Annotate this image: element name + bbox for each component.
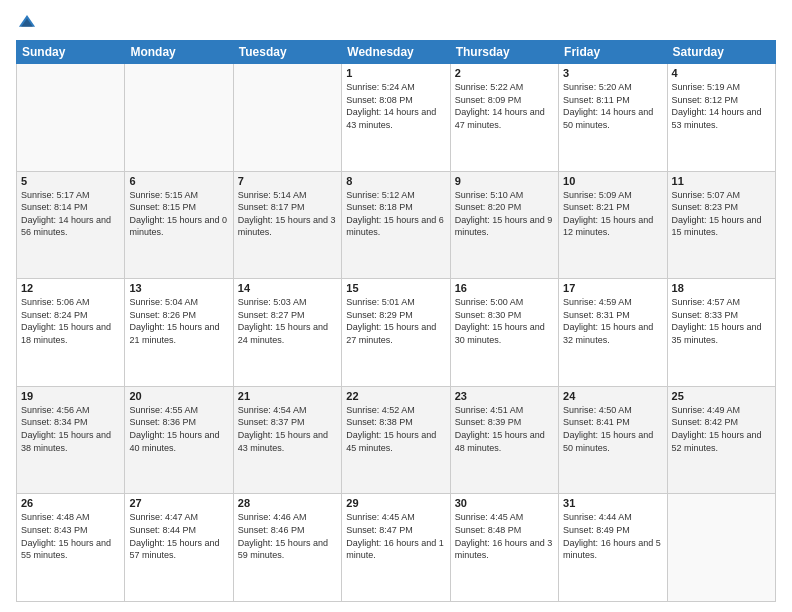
day-info: Sunrise: 5:12 AMSunset: 8:18 PMDaylight:… — [346, 189, 445, 239]
day-number: 27 — [129, 497, 228, 509]
calendar-cell: 31Sunrise: 4:44 AMSunset: 8:49 PMDayligh… — [559, 494, 667, 602]
day-info: Sunrise: 5:15 AMSunset: 8:15 PMDaylight:… — [129, 189, 228, 239]
day-number: 26 — [21, 497, 120, 509]
day-number: 15 — [346, 282, 445, 294]
calendar-cell: 2Sunrise: 5:22 AMSunset: 8:09 PMDaylight… — [450, 64, 558, 172]
day-number: 13 — [129, 282, 228, 294]
day-number: 22 — [346, 390, 445, 402]
calendar-cell: 16Sunrise: 5:00 AMSunset: 8:30 PMDayligh… — [450, 279, 558, 387]
day-info: Sunrise: 5:10 AMSunset: 8:20 PMDaylight:… — [455, 189, 554, 239]
calendar-cell: 30Sunrise: 4:45 AMSunset: 8:48 PMDayligh… — [450, 494, 558, 602]
calendar-cell: 11Sunrise: 5:07 AMSunset: 8:23 PMDayligh… — [667, 171, 775, 279]
calendar-cell: 20Sunrise: 4:55 AMSunset: 8:36 PMDayligh… — [125, 386, 233, 494]
day-number: 31 — [563, 497, 662, 509]
col-header-saturday: Saturday — [667, 41, 775, 64]
day-info: Sunrise: 5:00 AMSunset: 8:30 PMDaylight:… — [455, 296, 554, 346]
day-number: 5 — [21, 175, 120, 187]
calendar-cell — [667, 494, 775, 602]
calendar-cell: 21Sunrise: 4:54 AMSunset: 8:37 PMDayligh… — [233, 386, 341, 494]
calendar-cell: 10Sunrise: 5:09 AMSunset: 8:21 PMDayligh… — [559, 171, 667, 279]
calendar-cell: 1Sunrise: 5:24 AMSunset: 8:08 PMDaylight… — [342, 64, 450, 172]
day-number: 4 — [672, 67, 771, 79]
calendar-cell — [17, 64, 125, 172]
col-header-wednesday: Wednesday — [342, 41, 450, 64]
day-number: 12 — [21, 282, 120, 294]
day-info: Sunrise: 5:24 AMSunset: 8:08 PMDaylight:… — [346, 81, 445, 131]
day-number: 14 — [238, 282, 337, 294]
logo — [16, 12, 40, 34]
day-number: 7 — [238, 175, 337, 187]
calendar-cell — [125, 64, 233, 172]
calendar-cell: 26Sunrise: 4:48 AMSunset: 8:43 PMDayligh… — [17, 494, 125, 602]
day-number: 10 — [563, 175, 662, 187]
calendar-cell: 13Sunrise: 5:04 AMSunset: 8:26 PMDayligh… — [125, 279, 233, 387]
calendar-table: SundayMondayTuesdayWednesdayThursdayFrid… — [16, 40, 776, 602]
col-header-thursday: Thursday — [450, 41, 558, 64]
day-info: Sunrise: 5:01 AMSunset: 8:29 PMDaylight:… — [346, 296, 445, 346]
day-number: 17 — [563, 282, 662, 294]
day-number: 29 — [346, 497, 445, 509]
calendar-cell: 4Sunrise: 5:19 AMSunset: 8:12 PMDaylight… — [667, 64, 775, 172]
calendar-cell: 23Sunrise: 4:51 AMSunset: 8:39 PMDayligh… — [450, 386, 558, 494]
calendar-cell — [233, 64, 341, 172]
calendar-cell: 5Sunrise: 5:17 AMSunset: 8:14 PMDaylight… — [17, 171, 125, 279]
col-header-tuesday: Tuesday — [233, 41, 341, 64]
calendar-cell: 22Sunrise: 4:52 AMSunset: 8:38 PMDayligh… — [342, 386, 450, 494]
day-number: 16 — [455, 282, 554, 294]
calendar-cell: 25Sunrise: 4:49 AMSunset: 8:42 PMDayligh… — [667, 386, 775, 494]
day-info: Sunrise: 4:47 AMSunset: 8:44 PMDaylight:… — [129, 511, 228, 561]
calendar-cell: 19Sunrise: 4:56 AMSunset: 8:34 PMDayligh… — [17, 386, 125, 494]
day-number: 23 — [455, 390, 554, 402]
logo-icon — [16, 12, 38, 34]
calendar-cell: 28Sunrise: 4:46 AMSunset: 8:46 PMDayligh… — [233, 494, 341, 602]
day-info: Sunrise: 5:07 AMSunset: 8:23 PMDaylight:… — [672, 189, 771, 239]
day-number: 8 — [346, 175, 445, 187]
day-number: 6 — [129, 175, 228, 187]
day-number: 11 — [672, 175, 771, 187]
day-info: Sunrise: 4:48 AMSunset: 8:43 PMDaylight:… — [21, 511, 120, 561]
calendar-cell: 7Sunrise: 5:14 AMSunset: 8:17 PMDaylight… — [233, 171, 341, 279]
day-number: 19 — [21, 390, 120, 402]
day-info: Sunrise: 4:52 AMSunset: 8:38 PMDaylight:… — [346, 404, 445, 454]
day-info: Sunrise: 4:59 AMSunset: 8:31 PMDaylight:… — [563, 296, 662, 346]
calendar-cell: 8Sunrise: 5:12 AMSunset: 8:18 PMDaylight… — [342, 171, 450, 279]
calendar-cell: 12Sunrise: 5:06 AMSunset: 8:24 PMDayligh… — [17, 279, 125, 387]
day-info: Sunrise: 5:20 AMSunset: 8:11 PMDaylight:… — [563, 81, 662, 131]
day-info: Sunrise: 5:03 AMSunset: 8:27 PMDaylight:… — [238, 296, 337, 346]
day-info: Sunrise: 4:51 AMSunset: 8:39 PMDaylight:… — [455, 404, 554, 454]
day-number: 18 — [672, 282, 771, 294]
day-number: 1 — [346, 67, 445, 79]
day-number: 21 — [238, 390, 337, 402]
calendar-cell: 24Sunrise: 4:50 AMSunset: 8:41 PMDayligh… — [559, 386, 667, 494]
day-number: 3 — [563, 67, 662, 79]
day-number: 20 — [129, 390, 228, 402]
day-info: Sunrise: 4:46 AMSunset: 8:46 PMDaylight:… — [238, 511, 337, 561]
day-number: 24 — [563, 390, 662, 402]
day-info: Sunrise: 4:44 AMSunset: 8:49 PMDaylight:… — [563, 511, 662, 561]
day-info: Sunrise: 5:14 AMSunset: 8:17 PMDaylight:… — [238, 189, 337, 239]
day-info: Sunrise: 4:57 AMSunset: 8:33 PMDaylight:… — [672, 296, 771, 346]
page: SundayMondayTuesdayWednesdayThursdayFrid… — [0, 0, 792, 612]
day-number: 9 — [455, 175, 554, 187]
day-info: Sunrise: 4:50 AMSunset: 8:41 PMDaylight:… — [563, 404, 662, 454]
day-number: 28 — [238, 497, 337, 509]
day-number: 25 — [672, 390, 771, 402]
day-info: Sunrise: 4:54 AMSunset: 8:37 PMDaylight:… — [238, 404, 337, 454]
calendar-cell: 17Sunrise: 4:59 AMSunset: 8:31 PMDayligh… — [559, 279, 667, 387]
day-info: Sunrise: 4:56 AMSunset: 8:34 PMDaylight:… — [21, 404, 120, 454]
day-info: Sunrise: 5:22 AMSunset: 8:09 PMDaylight:… — [455, 81, 554, 131]
header — [16, 12, 776, 34]
calendar-cell: 18Sunrise: 4:57 AMSunset: 8:33 PMDayligh… — [667, 279, 775, 387]
day-info: Sunrise: 5:04 AMSunset: 8:26 PMDaylight:… — [129, 296, 228, 346]
day-info: Sunrise: 5:19 AMSunset: 8:12 PMDaylight:… — [672, 81, 771, 131]
calendar-cell: 15Sunrise: 5:01 AMSunset: 8:29 PMDayligh… — [342, 279, 450, 387]
day-info: Sunrise: 5:09 AMSunset: 8:21 PMDaylight:… — [563, 189, 662, 239]
col-header-friday: Friday — [559, 41, 667, 64]
col-header-sunday: Sunday — [17, 41, 125, 64]
calendar-cell: 6Sunrise: 5:15 AMSunset: 8:15 PMDaylight… — [125, 171, 233, 279]
day-info: Sunrise: 4:45 AMSunset: 8:47 PMDaylight:… — [346, 511, 445, 561]
calendar-cell: 14Sunrise: 5:03 AMSunset: 8:27 PMDayligh… — [233, 279, 341, 387]
col-header-monday: Monday — [125, 41, 233, 64]
day-info: Sunrise: 4:55 AMSunset: 8:36 PMDaylight:… — [129, 404, 228, 454]
calendar-cell: 29Sunrise: 4:45 AMSunset: 8:47 PMDayligh… — [342, 494, 450, 602]
